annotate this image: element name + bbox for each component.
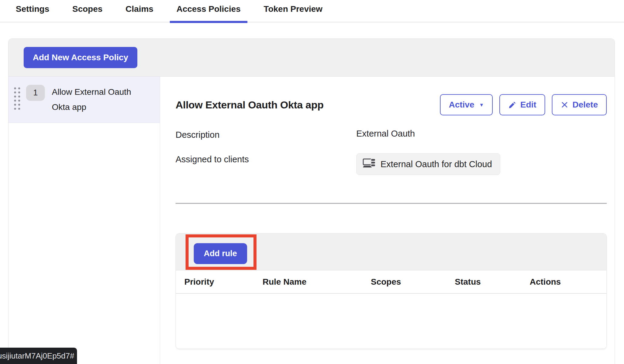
description-label: Description xyxy=(176,129,356,140)
policies-toolbar: Add New Access Policy xyxy=(8,39,615,77)
x-icon xyxy=(561,101,569,109)
status-label: Active xyxy=(449,100,474,110)
policy-list: 1 Allow External Oauth Okta app xyxy=(8,77,160,364)
description-value: External Oauth xyxy=(356,129,607,139)
add-new-access-policy-button[interactable]: Add New Access Policy xyxy=(24,47,137,68)
assigned-client-chip[interactable]: External Oauth for dbt Cloud xyxy=(356,153,500,175)
tab-settings[interactable]: Settings xyxy=(16,4,49,22)
column-rule-name: Rule Name xyxy=(263,277,371,287)
tab-bar: Settings Scopes Claims Access Policies T… xyxy=(0,0,624,22)
assigned-to-clients-label: Assigned to clients xyxy=(176,153,356,164)
link-preview-text: usijiutarM7Aj0Ep5d7# xyxy=(0,351,74,361)
tab-access-policies[interactable]: Access Policies xyxy=(176,4,241,22)
column-actions: Actions xyxy=(530,277,561,287)
rules-toolbar: Add rule xyxy=(176,233,606,270)
rules-table-header: Priority Rule Name Scopes Status Actions xyxy=(176,270,606,294)
rules-panel: Add rule Priority Rule Name Scopes Statu… xyxy=(176,233,607,349)
column-status: Status xyxy=(455,277,530,287)
assigned-client-label: External Oauth for dbt Cloud xyxy=(381,159,492,169)
chevron-down-icon: ▼ xyxy=(479,102,484,108)
policy-actions: Active ▼ Edit xyxy=(440,94,607,115)
status-dropdown-button[interactable]: Active ▼ xyxy=(440,94,493,115)
policy-title: Allow External Oauth Okta app xyxy=(176,99,324,111)
access-policies-panel: Add New Access Policy 1 Allow External O… xyxy=(8,38,615,364)
delete-label: Delete xyxy=(572,100,598,110)
policy-detail: Allow External Oauth Okta app Active ▼ E… xyxy=(160,77,615,364)
link-preview-tooltip: usijiutarM7Aj0Ep5d7# xyxy=(0,348,77,364)
edit-button[interactable]: Edit xyxy=(499,94,545,115)
policy-name-label: Allow External Oauth Okta app xyxy=(52,84,141,115)
pencil-icon xyxy=(508,101,516,109)
drag-handle-icon[interactable] xyxy=(12,86,21,110)
policy-priority-badge: 1 xyxy=(26,85,45,101)
add-rule-button[interactable]: Add rule xyxy=(194,243,247,264)
rules-table-body-empty xyxy=(176,294,606,348)
tab-claims[interactable]: Claims xyxy=(126,4,153,22)
delete-button[interactable]: Delete xyxy=(552,94,607,115)
column-scopes: Scopes xyxy=(371,277,455,287)
column-priority: Priority xyxy=(184,277,263,287)
computer-database-icon xyxy=(363,157,376,171)
tab-token-preview[interactable]: Token Preview xyxy=(264,4,323,22)
policy-list-item[interactable]: 1 Allow External Oauth Okta app xyxy=(8,77,160,123)
edit-label: Edit xyxy=(520,100,536,110)
section-divider xyxy=(176,203,607,204)
tab-scopes[interactable]: Scopes xyxy=(72,4,102,22)
